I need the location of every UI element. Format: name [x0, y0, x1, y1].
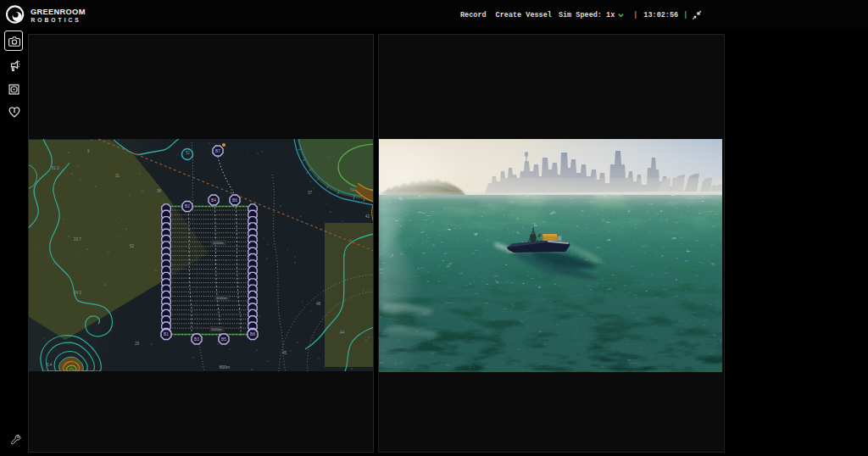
svg-text:B7: B7	[215, 149, 220, 153]
svg-text:52: 52	[130, 244, 135, 248]
svg-text:800m: 800m	[220, 364, 231, 370]
svg-text:29: 29	[135, 342, 140, 346]
svg-text:42: 42	[365, 214, 370, 219]
svg-text:31: 31	[115, 174, 120, 178]
svg-text:GREENROOM: GREENROOM	[31, 8, 86, 16]
svg-text:1000m: 1000m	[213, 241, 224, 245]
svg-text:51: 51	[186, 151, 191, 155]
svg-text:B3: B3	[194, 337, 199, 342]
svg-text:B5: B5	[221, 337, 226, 342]
svg-text:ROBOTICS: ROBOTICS	[31, 17, 81, 23]
svg-text:38: 38	[157, 189, 162, 193]
svg-text:B8: B8	[250, 332, 255, 336]
svg-text:20.7: 20.7	[74, 237, 81, 242]
svg-text:T4: T4	[350, 188, 355, 192]
svg-text:24.3: 24.3	[74, 291, 81, 295]
svg-text:37: 37	[308, 191, 313, 195]
svg-text:51.3: 51.3	[52, 166, 59, 170]
svg-text:B4: B4	[211, 198, 216, 203]
svg-text:B1: B1	[164, 332, 169, 336]
svg-text:1000m: 1000m	[216, 296, 227, 300]
svg-text:1000m: 1000m	[211, 327, 222, 331]
svg-text:6.4: 6.4	[47, 363, 53, 367]
svg-text:48: 48	[316, 302, 321, 306]
svg-text:B2: B2	[185, 204, 190, 209]
svg-text:44: 44	[340, 331, 345, 335]
svg-text:B6: B6	[232, 198, 237, 203]
svg-text:45: 45	[282, 351, 287, 355]
